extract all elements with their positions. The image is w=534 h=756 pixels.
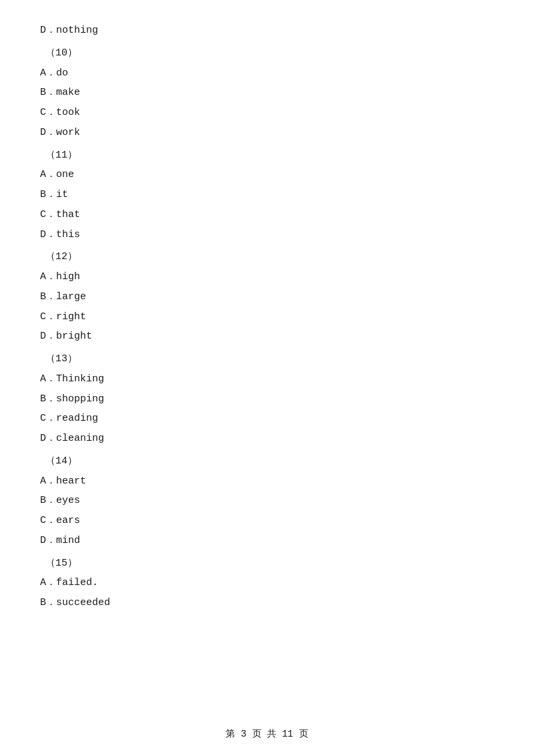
question-number: （15）: [45, 554, 494, 573]
answer-option: B．eyes: [40, 492, 494, 510]
answer-option: D．nothing: [40, 21, 494, 40]
answer-option: C．took: [40, 104, 494, 122]
main-content: D．nothing（10）A．doB．makeC．tookD．work（11）A…: [0, 0, 534, 654]
answer-option: A．heart: [40, 472, 494, 491]
answer-option: C．right: [40, 308, 494, 327]
answer-option: A．Thinking: [40, 370, 494, 389]
question-number: （14）: [45, 452, 494, 471]
answer-option: A．do: [40, 64, 494, 83]
answer-option: D．cleaning: [40, 429, 494, 448]
answer-option: D．work: [40, 124, 494, 142]
answer-option: A．one: [40, 166, 494, 184]
answer-option: D．this: [40, 226, 494, 244]
answer-option: B．large: [40, 288, 494, 307]
answer-option: A．failed.: [40, 574, 494, 592]
answer-option: C．that: [40, 206, 494, 224]
question-number: （11）: [45, 146, 494, 165]
answer-option: B．shopping: [40, 390, 494, 409]
question-number: （12）: [45, 248, 494, 266]
answer-option: D．bright: [40, 327, 494, 346]
question-number: （10）: [45, 44, 494, 63]
page-footer: 第 3 页 共 11 页: [0, 728, 534, 740]
answer-option: B．make: [40, 83, 494, 102]
answer-option: A．high: [40, 268, 494, 287]
answer-option: B．succeeded: [40, 594, 494, 612]
answer-option: B．it: [40, 186, 494, 204]
answer-option: C．ears: [40, 512, 494, 530]
answer-option: C．reading: [40, 409, 494, 428]
question-number: （13）: [45, 350, 494, 369]
answer-option: D．mind: [40, 532, 494, 550]
